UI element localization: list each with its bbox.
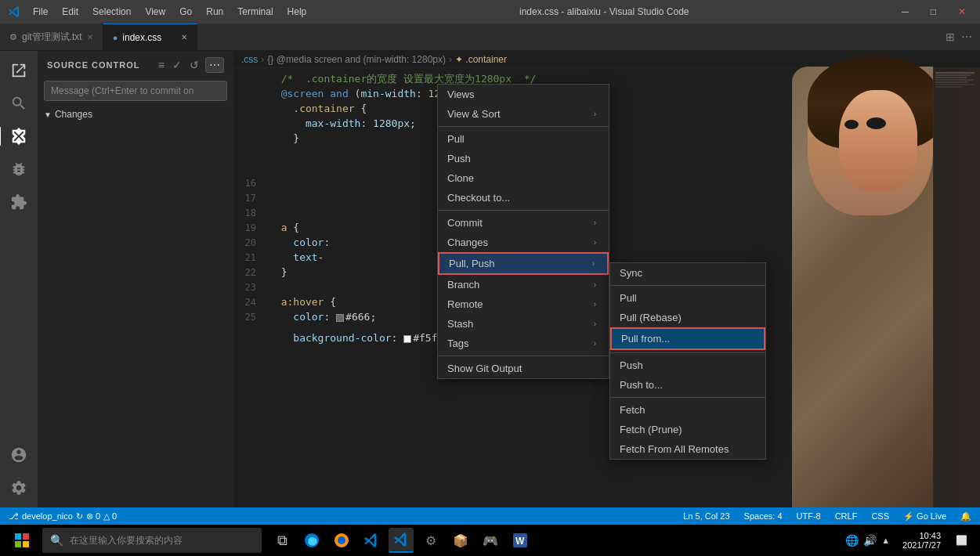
more-actions-icon[interactable]: ⋯ [961, 31, 972, 43]
submenu-sep-2 [610, 352, 765, 353]
taskbar-package[interactable]: 📦 [448, 528, 473, 553]
breadcrumb-sep-2: › [449, 54, 452, 65]
clock-date: 2021/7/27 [902, 540, 941, 550]
taskbar: 🔍 在这里输入你要搜索的内容 ⧉ ⚙ 📦 🎮 W 🌐 🔊 ▲ 10:43 20 [0, 525, 980, 556]
battery-icon[interactable]: ▲ [881, 536, 890, 545]
svg-rect-3 [23, 541, 29, 547]
commit-message-input[interactable] [44, 81, 227, 101]
submenu-push[interactable]: Push [610, 356, 765, 375]
submenu-sep-1 [610, 285, 765, 286]
menu-run[interactable]: Run [200, 5, 230, 19]
menu-help[interactable]: Help [281, 5, 313, 19]
git-branch-status[interactable]: ⎇ develop_nico ↻ ⊗ 0 △ 0 [6, 511, 119, 522]
menu-show-git-output[interactable]: Show Git Output [438, 359, 609, 378]
menu-pull[interactable]: Pull [438, 129, 609, 149]
taskbar-edge[interactable] [299, 528, 324, 553]
line-ending[interactable]: CRLF [833, 511, 860, 522]
breadcrumb-media: {} @media screen and (min-width: 1280px) [267, 54, 446, 65]
menu-stash[interactable]: Stash › [438, 314, 609, 334]
maximize-button[interactable]: □ [924, 6, 942, 17]
minimap [933, 68, 980, 507]
menu-terminal[interactable]: Terminal [231, 5, 279, 19]
sidebar-refresh-icon[interactable]: ↺ [188, 57, 201, 73]
split-editor-icon[interactable]: ⊞ [946, 31, 955, 43]
changes-section-header[interactable]: ▼ Changes [38, 106, 233, 123]
menu-clone[interactable]: Clone [438, 168, 609, 188]
svg-rect-0 [15, 533, 21, 540]
volume-icon[interactable]: 🔊 [863, 534, 877, 547]
taskbar-word[interactable]: W [508, 528, 533, 553]
taskbar-multiwindow[interactable]: ⧉ [269, 528, 295, 553]
sidebar-actions: ≡ ✓ ↺ ⋯ [157, 57, 224, 73]
submenu-fetch[interactable]: Fetch [610, 400, 765, 420]
menu-edit[interactable]: Edit [56, 5, 85, 19]
menu-remote[interactable]: Remote › [438, 294, 609, 314]
menu-push[interactable]: Push [438, 149, 609, 168]
submenu-fetch-prune[interactable]: Fetch (Prune) [610, 420, 765, 439]
css-tab-label: index.css [122, 32, 161, 43]
pullpush-submenu[interactable]: Sync Pull Pull (Rebase) Pull from... Pus… [609, 262, 766, 460]
submenu-fetch-all[interactable]: Fetch From All Remotes [610, 439, 765, 459]
sidebar-check-icon[interactable]: ✓ [171, 57, 183, 73]
activity-debug[interactable] [5, 156, 32, 182]
taskbar-vscode-1[interactable] [359, 528, 384, 553]
css-tab-icon: ● [113, 33, 118, 42]
menu-checkout[interactable]: Checkout to... [438, 188, 609, 208]
taskbar-firefox[interactable] [329, 528, 354, 553]
git-tab-close[interactable]: ✕ [87, 33, 93, 42]
encoding[interactable]: UTF-8 [794, 511, 823, 522]
network-icon[interactable]: 🌐 [845, 534, 859, 547]
sidebar: SOURCE CONTROL ≡ ✓ ↺ ⋯ ▼ Changes [38, 51, 233, 507]
language-mode[interactable]: CSS [869, 511, 891, 522]
notification-bell[interactable]: 🔔 [958, 511, 974, 522]
go-live-button[interactable]: ⚡ Go Live [901, 511, 949, 522]
changes-arrow: › [594, 238, 596, 247]
submenu-sync[interactable]: Sync [610, 263, 765, 283]
css-tab-close[interactable]: ✕ [181, 33, 187, 42]
taskbar-gear[interactable]: ⚙ [418, 528, 443, 553]
menu-views[interactable]: Views [438, 85, 609, 104]
menu-go[interactable]: Go [173, 5, 198, 19]
taskbar-right-area: 🌐 🔊 ▲ 10:43 2021/7/27 ⬜ [841, 528, 974, 553]
submenu-pull-from[interactable]: Pull from... [610, 327, 765, 350]
menu-view-sort[interactable]: View & Sort › [438, 104, 609, 124]
git-tab-icon: ⚙ [9, 32, 17, 42]
menu-view[interactable]: View [139, 5, 172, 19]
tab-bar: ⚙ git管理测试.txt ✕ ● index.css ✕ ⊞ ⋯ [0, 23, 980, 51]
statusbar-right: Ln 5, Col 23 Spaces: 4 UTF-8 CRLF CSS ⚡ … [681, 511, 974, 522]
activity-extensions[interactable] [5, 189, 32, 215]
spaces-setting[interactable]: Spaces: 4 [742, 511, 785, 522]
close-button[interactable]: ✕ [952, 6, 972, 17]
main-context-menu[interactable]: Views View & Sort › Pull Push Clone Chec… [437, 84, 609, 379]
show-desktop[interactable]: ⬜ [949, 528, 974, 553]
cursor-position[interactable]: Ln 5, Col 23 [681, 511, 732, 522]
menu-selection[interactable]: Selection [86, 5, 137, 19]
breadcrumb-css: .css [241, 54, 258, 65]
taskbar-vscode-2[interactable] [389, 528, 414, 553]
taskbar-search-icon: 🔍 [50, 534, 63, 547]
submenu-pull-rebase[interactable]: Pull (Rebase) [610, 308, 765, 327]
menu-branch[interactable]: Branch › [438, 275, 609, 294]
menu-commit[interactable]: Commit › [438, 213, 609, 233]
start-button[interactable] [6, 525, 38, 556]
activity-source-control[interactable] [5, 123, 32, 150]
taskbar-game[interactable]: 🎮 [478, 528, 503, 553]
tab-spacer [197, 23, 938, 50]
tab-git[interactable]: ⚙ git管理测试.txt ✕ [0, 23, 103, 50]
menu-file[interactable]: File [27, 5, 54, 19]
sidebar-more-icon[interactable]: ⋯ [205, 57, 224, 73]
activity-explorer[interactable] [5, 57, 32, 84]
tab-css[interactable]: ● index.css ✕ [103, 23, 197, 50]
activity-search[interactable] [5, 90, 32, 117]
minimize-button[interactable]: ─ [895, 6, 915, 17]
system-clock[interactable]: 10:43 2021/7/27 [898, 531, 946, 550]
submenu-pull[interactable]: Pull [610, 288, 765, 308]
taskbar-search-box[interactable]: 🔍 在这里输入你要搜索的内容 [42, 528, 262, 553]
activity-account[interactable] [5, 442, 32, 468]
sidebar-list-icon[interactable]: ≡ [157, 57, 166, 73]
menu-tags[interactable]: Tags › [438, 334, 609, 353]
menu-pull-push[interactable]: Pull, Push › [438, 252, 609, 275]
activity-settings[interactable] [5, 475, 32, 501]
submenu-push-to[interactable]: Push to... [610, 375, 765, 395]
menu-changes[interactable]: Changes › [438, 233, 609, 252]
